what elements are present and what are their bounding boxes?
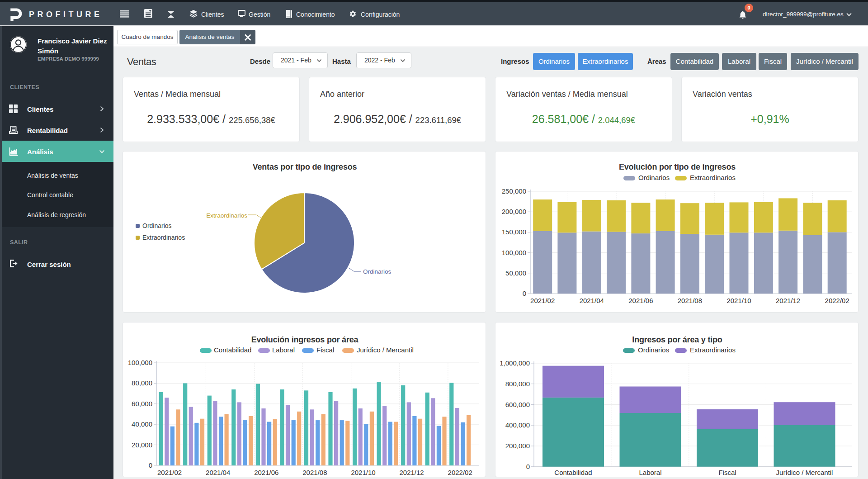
svg-text:20,000: 20,000 bbox=[132, 441, 152, 449]
svg-text:0: 0 bbox=[526, 463, 530, 470]
svg-text:Fiscal: Fiscal bbox=[718, 469, 736, 476]
svg-text:600,000: 600,000 bbox=[505, 401, 530, 408]
svg-text:2021/12: 2021/12 bbox=[776, 297, 800, 304]
svg-text:2021/04: 2021/04 bbox=[580, 297, 604, 304]
svg-text:40,000: 40,000 bbox=[132, 420, 152, 428]
svg-text:2021/04: 2021/04 bbox=[206, 469, 230, 476]
svg-text:250,000: 250,000 bbox=[502, 187, 526, 195]
svg-text:2022/02: 2022/02 bbox=[448, 469, 472, 476]
svg-text:Fiscal: Fiscal bbox=[316, 346, 334, 354]
svg-text:Contabilidad: Contabilidad bbox=[214, 346, 251, 354]
svg-text:Contabilidad: Contabilidad bbox=[554, 469, 592, 476]
svg-text:Extraordinarios: Extraordinarios bbox=[690, 174, 736, 181]
svg-text:50,000: 50,000 bbox=[505, 269, 526, 277]
svg-text:2021/02: 2021/02 bbox=[157, 469, 182, 476]
svg-text:Extraordinarios: Extraordinarios bbox=[206, 212, 247, 219]
svg-text:Laboral: Laboral bbox=[272, 346, 295, 354]
svg-text:80,000: 80,000 bbox=[132, 379, 152, 387]
svg-text:2021/12: 2021/12 bbox=[399, 469, 424, 476]
svg-text:2022/02: 2022/02 bbox=[825, 297, 849, 304]
svg-text:800,000: 800,000 bbox=[505, 380, 530, 388]
svg-text:Laboral: Laboral bbox=[639, 469, 661, 476]
svg-text:0: 0 bbox=[523, 289, 526, 297]
svg-text:2021/08: 2021/08 bbox=[302, 469, 327, 476]
svg-text:100,000: 100,000 bbox=[502, 249, 526, 256]
svg-text:0: 0 bbox=[149, 461, 152, 469]
svg-text:Evolución ingresos por área: Evolución ingresos por área bbox=[251, 335, 359, 344]
svg-text:200,000: 200,000 bbox=[505, 442, 530, 450]
svg-text:2021/06: 2021/06 bbox=[254, 469, 278, 476]
svg-text:Ventas por tipo de ingresos: Ventas por tipo de ingresos bbox=[253, 162, 357, 171]
svg-text:200,000: 200,000 bbox=[502, 208, 526, 215]
svg-text:Ordinarios: Ordinarios bbox=[142, 222, 172, 229]
svg-text:2021/08: 2021/08 bbox=[678, 297, 702, 304]
svg-text:Ingresos por área y tipo: Ingresos por área y tipo bbox=[632, 335, 722, 344]
svg-text:Ordinarios: Ordinarios bbox=[638, 346, 669, 354]
svg-text:Evolución por tipo de ingresos: Evolución por tipo de ingresos bbox=[619, 162, 736, 171]
svg-text:Jurídico / Mercantil: Jurídico / Mercantil bbox=[776, 469, 833, 476]
svg-text:2021/02: 2021/02 bbox=[530, 297, 555, 304]
svg-text:150,000: 150,000 bbox=[502, 228, 526, 236]
svg-text:2021/10: 2021/10 bbox=[726, 297, 751, 304]
svg-text:Ordinarios: Ordinarios bbox=[363, 268, 392, 275]
svg-text:Extraordinarios: Extraordinarios bbox=[690, 346, 736, 354]
svg-text:60,000: 60,000 bbox=[132, 400, 152, 408]
svg-text:Ordinarios: Ordinarios bbox=[638, 174, 670, 181]
svg-text:1,000,000: 1,000,000 bbox=[500, 359, 530, 367]
svg-text:Jurídico / Mercantil: Jurídico / Mercantil bbox=[357, 346, 414, 354]
svg-text:100,000: 100,000 bbox=[128, 359, 152, 366]
svg-text:2021/10: 2021/10 bbox=[351, 469, 375, 476]
svg-text:Extraordinarios: Extraordinarios bbox=[142, 234, 185, 241]
svg-text:400,000: 400,000 bbox=[505, 421, 530, 429]
svg-text:2021/06: 2021/06 bbox=[628, 297, 653, 304]
